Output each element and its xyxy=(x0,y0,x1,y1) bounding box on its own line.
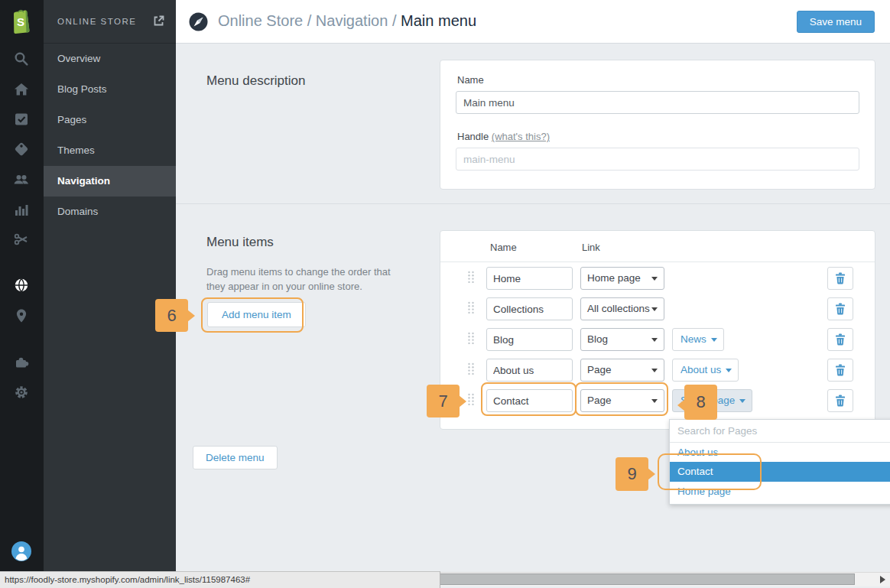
breadcrumb-separator: / xyxy=(392,12,397,29)
link-type-select[interactable]: Page xyxy=(580,359,664,382)
online-store-globe-icon[interactable] xyxy=(13,277,30,294)
trash-icon xyxy=(835,303,846,315)
page-title: Main menu xyxy=(401,12,476,29)
link-target-button[interactable]: About us xyxy=(672,359,739,382)
caret-down-icon xyxy=(651,277,658,281)
delete-item-button[interactable] xyxy=(827,359,853,382)
dropdown-option-contact[interactable]: Contact xyxy=(670,462,890,482)
item-name-input[interactable] xyxy=(486,328,573,351)
dropdown-option-home-page[interactable]: Home page xyxy=(670,482,890,501)
delete-item-button[interactable] xyxy=(827,297,853,320)
link-type-select[interactable]: Home page xyxy=(580,267,664,290)
sidebar-item-navigation[interactable]: Navigation xyxy=(44,166,176,197)
drag-handle-icon[interactable] xyxy=(467,362,475,378)
delete-item-button[interactable] xyxy=(827,328,853,351)
trash-icon xyxy=(835,364,846,376)
add-menu-item-button[interactable]: Add menu item xyxy=(207,302,306,327)
callout-badge-9: 9 xyxy=(616,457,648,491)
callout-badge-7: 7 xyxy=(427,385,460,417)
page-select-dropdown: About us Contact Home page xyxy=(669,419,890,505)
table-header-divider xyxy=(440,262,875,262)
drag-handle-icon[interactable] xyxy=(467,393,475,409)
delete-menu-button[interactable]: Delete menu xyxy=(193,446,278,469)
link-type-select[interactable]: All collections xyxy=(580,297,664,320)
breadcrumb: Online Store / Navigation / Main menu xyxy=(218,0,476,42)
sidebar-header: ONLINE STORE xyxy=(44,0,176,44)
section-divider xyxy=(176,203,890,204)
caret-down-icon xyxy=(711,338,717,342)
caret-down-icon xyxy=(739,399,745,403)
sidebar-item-blog-posts[interactable]: Blog Posts xyxy=(44,74,176,105)
caret-down-icon xyxy=(726,369,732,372)
trash-icon xyxy=(835,272,846,284)
drag-handle-icon[interactable] xyxy=(467,301,475,317)
item-name-input[interactable] xyxy=(486,297,573,320)
sidebar-item-domains[interactable]: Domains xyxy=(44,197,176,227)
external-link-icon[interactable] xyxy=(152,15,165,31)
trash-icon xyxy=(835,333,846,346)
discounts-icon[interactable] xyxy=(13,231,30,248)
sidebar-item-pages[interactable]: Pages xyxy=(44,105,176,135)
breadcrumb-navigation[interactable]: Navigation xyxy=(316,12,388,29)
menu-name-input[interactable] xyxy=(456,91,859,114)
sidebar-title: ONLINE STORE xyxy=(57,0,136,44)
scrollbar-right-arrow[interactable] xyxy=(880,576,885,583)
page-header: Online Store / Navigation / Main menu Sa… xyxy=(176,0,890,44)
shopify-logo-icon[interactable]: S xyxy=(8,5,34,36)
sidebar-item-themes[interactable]: Themes xyxy=(44,135,176,166)
dropdown-option-about-us[interactable]: About us xyxy=(670,443,890,462)
menu-item-row: Home page xyxy=(440,267,875,290)
page-search-input[interactable] xyxy=(670,420,890,443)
delete-item-button[interactable] xyxy=(827,389,853,412)
name-label: Name xyxy=(457,74,484,86)
menu-description-heading: Menu description xyxy=(206,73,305,89)
link-target-button[interactable]: News xyxy=(672,328,724,351)
item-name-input[interactable] xyxy=(486,359,573,382)
scrollbar-thumb[interactable] xyxy=(428,573,855,585)
status-bar-url: https://foodly-store.myshopify.com/admin… xyxy=(0,571,440,588)
orders-icon[interactable] xyxy=(13,111,30,128)
search-icon[interactable] xyxy=(13,50,30,67)
settings-gear-icon[interactable] xyxy=(13,384,30,401)
reports-icon[interactable] xyxy=(13,201,30,218)
whats-this-link[interactable]: (what's this?) xyxy=(492,131,550,142)
delete-item-button[interactable] xyxy=(827,267,853,290)
column-header-link: Link xyxy=(582,242,600,253)
breadcrumb-separator: / xyxy=(307,12,312,29)
trash-icon xyxy=(835,395,846,407)
callout-badge-8: 8 xyxy=(684,385,717,420)
home-icon[interactable] xyxy=(13,81,30,98)
navigation-compass-icon xyxy=(189,12,208,34)
link-type-select[interactable]: Blog xyxy=(580,328,664,351)
caret-down-icon xyxy=(651,338,658,342)
point-of-sale-pin-icon[interactable] xyxy=(13,307,30,324)
callout-badge-6: 6 xyxy=(155,299,188,332)
item-name-input[interactable] xyxy=(486,389,573,412)
column-header-name: Name xyxy=(490,242,517,253)
drag-handle-icon[interactable] xyxy=(467,271,475,287)
customers-icon[interactable] xyxy=(13,171,30,187)
apps-puzzle-icon[interactable] xyxy=(13,353,30,370)
svg-text:S: S xyxy=(17,15,24,28)
menu-item-row: Page About us xyxy=(440,359,875,382)
menu-items-card: Name Link Home page All collections xyxy=(440,230,875,430)
menu-item-rows: Home page All collections Blog News xyxy=(440,267,875,420)
menu-items-heading: Menu items xyxy=(206,235,274,250)
handle-label: Handle (what's this?) xyxy=(457,131,550,142)
menu-description-card: Name Handle (what's this?) xyxy=(440,60,875,190)
link-type-select[interactable]: Page xyxy=(580,389,664,412)
sidebar-item-overview[interactable]: Overview xyxy=(44,44,176,74)
menu-item-row: Page Select page xyxy=(440,389,875,412)
save-menu-button[interactable]: Save menu xyxy=(797,11,875,33)
products-tag-icon[interactable] xyxy=(13,141,30,158)
breadcrumb-online-store[interactable]: Online Store xyxy=(218,12,303,29)
caret-down-icon xyxy=(651,307,658,311)
online-store-sidebar: ONLINE STORE Overview Blog Posts Pages T… xyxy=(44,0,176,588)
shopify-admin-page: S xyxy=(0,0,890,588)
drag-handle-icon[interactable] xyxy=(467,332,475,348)
account-avatar[interactable] xyxy=(11,541,31,561)
menu-items-help-text: Drag menu items to change the order that… xyxy=(206,265,404,294)
primary-icon-sidebar: S xyxy=(0,0,44,588)
item-name-input[interactable] xyxy=(486,267,573,290)
caret-down-icon xyxy=(651,369,658,372)
